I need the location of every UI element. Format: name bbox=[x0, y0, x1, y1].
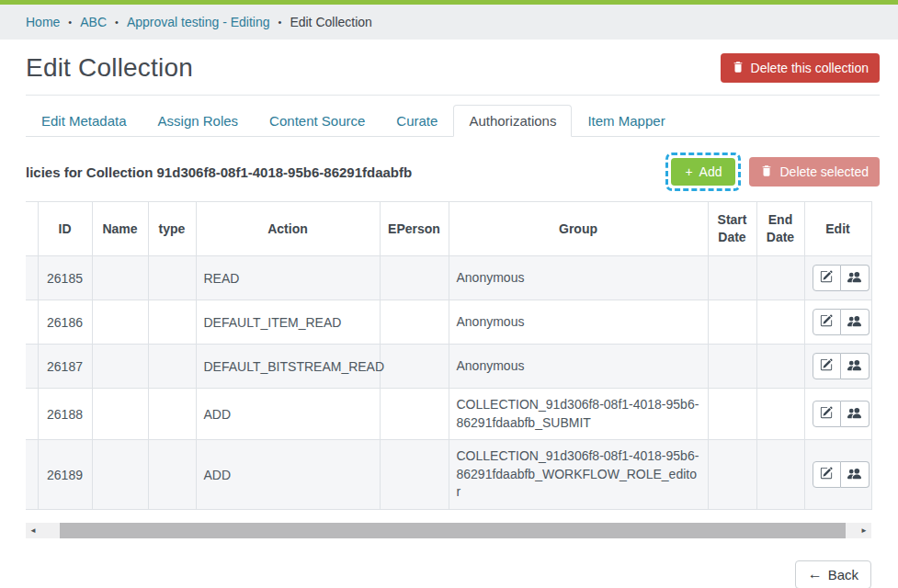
breadcrumb-link-community[interactable]: Approval testing - Editing bbox=[127, 15, 270, 29]
tab-bar: Edit Metadata Assign Roles Content Sourc… bbox=[26, 105, 880, 137]
trash-icon bbox=[760, 164, 773, 180]
policy-start-date bbox=[708, 440, 756, 510]
tab-item-mapper[interactable]: Item Mapper bbox=[572, 105, 680, 137]
plus-icon: + bbox=[685, 164, 692, 179]
policy-name bbox=[92, 256, 148, 300]
title-divider bbox=[26, 95, 880, 96]
policy-group-button[interactable] bbox=[841, 309, 870, 335]
policy-eperson bbox=[380, 256, 449, 300]
edit-policy-button[interactable] bbox=[813, 461, 841, 488]
edit-policy-button[interactable] bbox=[813, 353, 841, 379]
back-button-label: Back bbox=[828, 567, 858, 582]
policy-group: Anonymous bbox=[449, 300, 708, 345]
breadcrumb-link-abc[interactable]: ABC bbox=[80, 15, 107, 29]
col-name: Name bbox=[92, 202, 148, 256]
policy-name bbox=[92, 440, 148, 510]
pencil-square-icon bbox=[820, 270, 833, 286]
breadcrumb-current: Edit Collection bbox=[290, 15, 372, 29]
policy-type bbox=[148, 440, 196, 510]
pencil-square-icon bbox=[820, 406, 833, 422]
policy-edit-cell bbox=[804, 300, 871, 345]
policy-start-date bbox=[708, 256, 756, 300]
people-icon bbox=[847, 314, 861, 331]
policy-edit-cell bbox=[804, 345, 871, 389]
col-edit: Edit bbox=[804, 202, 871, 256]
breadcrumb-link-home[interactable]: Home bbox=[26, 15, 60, 29]
col-group: Group bbox=[449, 202, 708, 256]
policy-action: ADD bbox=[196, 440, 380, 510]
policy-name bbox=[92, 300, 148, 345]
tab-assign-roles[interactable]: Assign Roles bbox=[142, 105, 255, 137]
policy-group: Anonymous bbox=[449, 256, 708, 300]
breadcrumb-separator: • bbox=[278, 17, 282, 28]
policy-end-date bbox=[756, 300, 804, 345]
pencil-square-icon bbox=[820, 314, 833, 330]
policy-eperson bbox=[380, 300, 449, 345]
horizontal-scrollbar[interactable]: ◄ ► bbox=[26, 523, 871, 538]
edit-policy-button[interactable] bbox=[813, 265, 841, 291]
policy-edit-cell bbox=[804, 440, 871, 510]
edit-policy-button[interactable] bbox=[813, 309, 841, 335]
delete-selected-button[interactable]: Delete selected bbox=[749, 157, 880, 187]
row-select-cell bbox=[26, 256, 38, 300]
policy-eperson bbox=[380, 440, 449, 510]
trash-icon bbox=[732, 60, 745, 76]
policy-group: Anonymous bbox=[449, 345, 708, 389]
policy-group-button[interactable] bbox=[841, 265, 870, 291]
table-row: 26186 DEFAULT_ITEM_READ Anonymous bbox=[26, 300, 871, 345]
policy-edit-cell bbox=[804, 256, 871, 300]
add-policy-button[interactable]: + Add bbox=[671, 158, 735, 186]
policy-id: 26187 bbox=[38, 345, 92, 389]
policy-end-date bbox=[756, 440, 804, 510]
policy-action: ADD bbox=[196, 389, 380, 440]
scroll-right-arrow-icon[interactable]: ► bbox=[857, 523, 871, 538]
row-select-cell bbox=[26, 300, 38, 345]
tab-edit-metadata[interactable]: Edit Metadata bbox=[26, 105, 142, 137]
policy-name bbox=[92, 389, 148, 440]
policy-eperson bbox=[380, 389, 449, 440]
breadcrumb: Home • ABC • Approval testing - Editing … bbox=[0, 5, 898, 40]
policy-action: DEFAULT_ITEM_READ bbox=[196, 300, 380, 345]
scrollbar-thumb[interactable] bbox=[60, 523, 846, 538]
row-select-cell bbox=[26, 345, 38, 389]
policy-start-date bbox=[708, 345, 756, 389]
people-icon bbox=[847, 358, 861, 375]
back-button[interactable]: ← Back bbox=[795, 560, 871, 588]
policy-type bbox=[148, 300, 196, 345]
policy-group-button[interactable] bbox=[841, 461, 870, 488]
table-row: 26188 ADD COLLECTION_91d306f8-08f1-4018-… bbox=[26, 389, 871, 440]
col-end-date: End Date bbox=[756, 202, 804, 256]
col-eperson: EPerson bbox=[380, 202, 449, 256]
policy-start-date bbox=[708, 300, 756, 345]
breadcrumb-separator: • bbox=[68, 17, 72, 28]
tab-curate[interactable]: Curate bbox=[381, 105, 453, 137]
policy-name bbox=[92, 345, 148, 389]
row-select-cell bbox=[26, 440, 38, 510]
table-row: 26185 READ Anonymous bbox=[26, 256, 871, 300]
col-id: ID bbox=[38, 202, 92, 256]
policy-group: COLLECTION_91d306f8-08f1-4018-95b6-86291… bbox=[449, 389, 708, 440]
policy-end-date bbox=[756, 345, 804, 389]
policy-type bbox=[148, 256, 196, 300]
policy-id: 26185 bbox=[38, 256, 92, 300]
table-row: 26189 ADD COLLECTION_91d306f8-08f1-4018-… bbox=[26, 440, 871, 510]
delete-collection-label: Delete this collection bbox=[751, 61, 869, 75]
breadcrumb-separator: • bbox=[115, 17, 119, 28]
edit-policy-button[interactable] bbox=[813, 401, 841, 427]
people-icon bbox=[847, 406, 861, 423]
row-select-cell bbox=[26, 389, 38, 440]
policy-type bbox=[148, 345, 196, 389]
policy-id: 26188 bbox=[38, 389, 92, 440]
back-arrow-icon: ← bbox=[808, 567, 823, 582]
col-start-date: Start Date bbox=[708, 202, 756, 256]
tab-content-source[interactable]: Content Source bbox=[254, 105, 381, 137]
policy-eperson bbox=[380, 345, 449, 389]
policy-end-date bbox=[756, 389, 804, 440]
add-button-focus-ring: + Add bbox=[665, 153, 741, 191]
col-select bbox=[26, 202, 38, 256]
policy-group-button[interactable] bbox=[841, 401, 870, 427]
policy-group-button[interactable] bbox=[841, 353, 870, 379]
tab-authorizations[interactable]: Authorizations bbox=[453, 105, 572, 137]
scroll-left-arrow-icon[interactable]: ◄ bbox=[26, 523, 40, 538]
delete-collection-button[interactable]: Delete this collection bbox=[721, 53, 880, 83]
